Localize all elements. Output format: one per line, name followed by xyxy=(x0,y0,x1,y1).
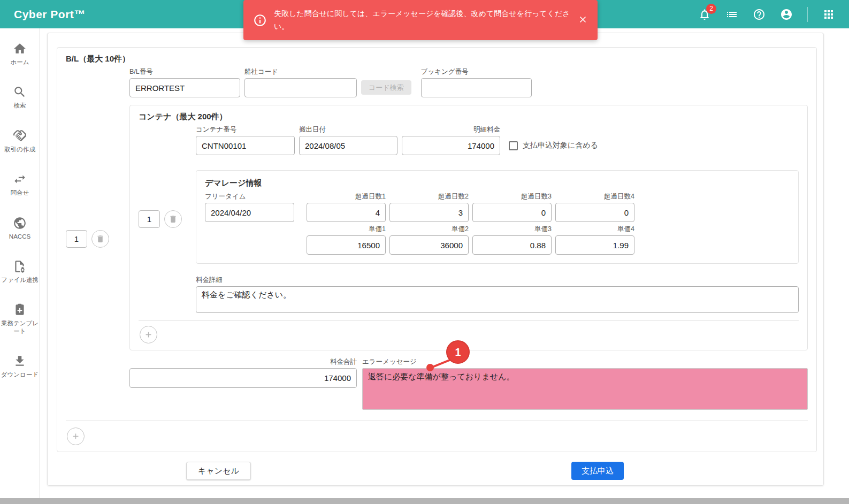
detail-charge-label: 明細料金 xyxy=(402,125,500,134)
account-button[interactable] xyxy=(780,8,793,21)
clipboard-plus-icon xyxy=(13,303,27,317)
bl-section-title: B/L（最大 10件） xyxy=(66,54,808,64)
unit-price-1-label: 単価1 xyxy=(307,225,386,234)
sidebar-item-search[interactable]: 検索 xyxy=(0,85,40,109)
toast-close-button[interactable] xyxy=(578,14,588,26)
close-icon xyxy=(578,14,588,25)
handshake-icon xyxy=(13,129,27,143)
trash-icon xyxy=(169,215,178,224)
container-divider xyxy=(139,320,799,321)
add-container-button[interactable] xyxy=(140,326,157,343)
account-icon xyxy=(780,8,793,21)
list-icon xyxy=(725,8,738,21)
help-button[interactable] xyxy=(753,8,766,21)
include-payment-checkbox[interactable] xyxy=(509,141,518,150)
task-list-button[interactable] xyxy=(725,8,738,21)
carrier-code-input[interactable] xyxy=(244,78,357,97)
sidebar-item-business-template[interactable]: 業務テンプレート xyxy=(0,303,40,335)
unit-price-3-label: 単価3 xyxy=(472,225,552,234)
demurrage-section: デマレージ情報 フリータイム 超過日数1 xyxy=(196,170,799,264)
container-section-title: コンテナ（最大 200件） xyxy=(139,112,799,122)
container-section: コンテナ（最大 200件） xyxy=(129,105,808,350)
plus-icon xyxy=(144,330,153,339)
form-card: B/L（最大 10件） B/L番号 xyxy=(47,33,824,486)
unit-price-1-input[interactable] xyxy=(307,235,386,255)
sidebar-item-naccs[interactable]: NACCS xyxy=(0,216,40,240)
header-icons: 2 xyxy=(698,7,835,22)
sidebar-label: ホーム xyxy=(10,58,29,66)
app-logo: Cyber Port™ xyxy=(14,8,86,21)
booking-number-input[interactable] xyxy=(421,78,532,97)
sidebar-item-file-link[interactable]: ファイル連携 xyxy=(0,259,40,284)
container-number-input[interactable] xyxy=(196,136,295,155)
booking-number-label: ブッキング番号 xyxy=(421,67,532,77)
help-icon xyxy=(753,8,766,21)
apps-grid-button[interactable] xyxy=(822,8,835,21)
download-icon xyxy=(13,354,27,368)
overdays-1-label: 超過日数1 xyxy=(307,192,386,201)
overdays-2-input[interactable] xyxy=(389,203,469,222)
container-number-label: コンテナ番号 xyxy=(196,125,295,134)
notification-badge: 2 xyxy=(706,4,716,14)
container-row-index-input[interactable] xyxy=(139,210,160,228)
plus-icon xyxy=(71,432,80,441)
header-divider xyxy=(807,7,808,22)
apps-grid-icon xyxy=(822,8,835,21)
overdays-1-input[interactable] xyxy=(307,203,386,222)
error-message-label: エラーメッセージ xyxy=(362,357,808,366)
search-icon xyxy=(13,85,27,99)
trash-icon xyxy=(96,234,105,243)
cancel-button[interactable]: キャンセル xyxy=(186,462,251,480)
notifications-button[interactable]: 2 xyxy=(698,8,711,21)
bl-section: B/L（最大 10件） B/L番号 xyxy=(57,47,817,452)
carryout-date-label: 搬出日付 xyxy=(299,125,397,134)
unit-price-2-input[interactable] xyxy=(389,235,469,255)
bl-number-label: B/L番号 xyxy=(129,67,240,77)
sidebar-label: 取引の作成 xyxy=(4,146,35,153)
overdays-4-label: 超過日数4 xyxy=(555,192,634,201)
sidebar-label: ファイル連携 xyxy=(1,276,39,284)
payment-apply-button[interactable]: 支払申込 xyxy=(571,462,624,480)
overdays-2-label: 超過日数2 xyxy=(389,192,469,201)
total-charge-label: 料金合計 xyxy=(129,357,357,366)
carryout-date-input[interactable] xyxy=(299,136,397,155)
info-icon xyxy=(253,13,267,27)
sidebar-label: 問合せ xyxy=(11,189,29,196)
carrier-code-label: 船社コード xyxy=(244,67,357,77)
container-row-delete-button[interactable] xyxy=(164,210,182,228)
form-actions: キャンセル 支払申込 xyxy=(57,462,817,480)
globe-icon xyxy=(13,216,27,230)
total-charge-input[interactable] xyxy=(129,368,357,388)
sidebar-item-home[interactable]: ホーム xyxy=(0,42,40,66)
overdays-3-label: 超過日数3 xyxy=(472,192,552,201)
sidebar-label: NACCS xyxy=(9,233,30,240)
charge-detail-label: 料金詳細 xyxy=(196,276,799,285)
swap-arrows-icon xyxy=(13,172,27,186)
bl-row-delete-button[interactable] xyxy=(91,230,109,248)
unit-price-2-label: 単価2 xyxy=(389,225,469,234)
sidebar: ホーム 検索 取引の作成 問合せ NACCS ファイル連携 業務テンプレート ダ… xyxy=(0,28,40,498)
home-icon xyxy=(13,42,27,56)
demurrage-title: デマレージ情報 xyxy=(205,178,790,188)
add-bl-button[interactable] xyxy=(67,427,85,445)
unit-price-4-label: 単価4 xyxy=(555,225,634,234)
file-gear-icon xyxy=(13,259,27,273)
charge-detail-textarea[interactable]: 料金をご確認ください。 xyxy=(196,286,799,313)
code-search-button[interactable]: コード検索 xyxy=(361,80,411,95)
bottom-scroll-bar[interactable] xyxy=(0,498,849,504)
detail-charge-input[interactable] xyxy=(402,136,500,155)
sidebar-label: ダウンロード xyxy=(1,371,39,378)
overdays-3-input[interactable] xyxy=(472,203,552,222)
sidebar-item-create-transaction[interactable]: 取引の作成 xyxy=(0,129,40,153)
bl-number-input[interactable] xyxy=(129,78,240,97)
error-message-box: 返答に必要な準備が整っておりません。 xyxy=(362,368,808,410)
free-time-input[interactable] xyxy=(205,203,294,222)
unit-price-3-input[interactable] xyxy=(472,235,552,255)
sidebar-item-inquiry[interactable]: 問合せ xyxy=(0,172,40,196)
include-payment-checkbox-row[interactable]: 支払申込対象に含める xyxy=(509,141,598,150)
sidebar-label: 検索 xyxy=(14,102,26,109)
sidebar-item-download[interactable]: ダウンロード xyxy=(0,354,40,378)
bl-row-index-input[interactable] xyxy=(66,230,87,248)
overdays-4-input[interactable] xyxy=(555,203,634,222)
unit-price-4-input[interactable] xyxy=(555,235,634,255)
